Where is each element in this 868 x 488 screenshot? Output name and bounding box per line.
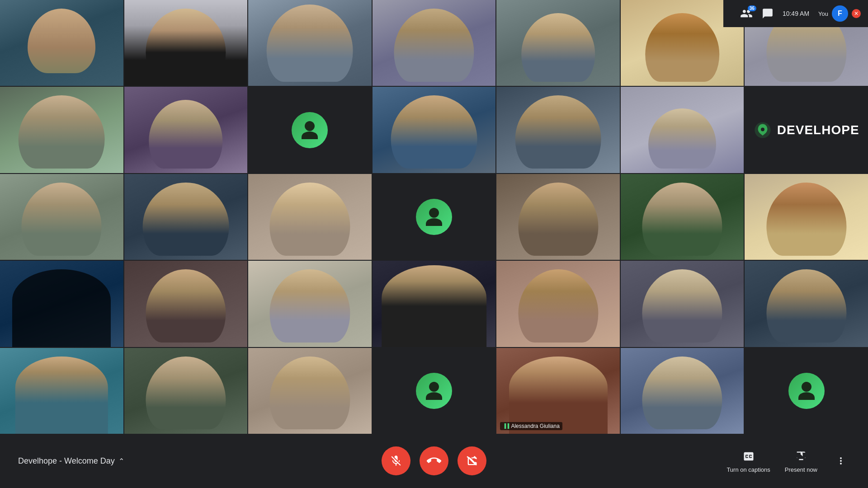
captions-label: Turn on captions xyxy=(726,466,770,473)
video-cell xyxy=(248,261,372,347)
video-cell xyxy=(745,174,868,260)
video-cell-avatar xyxy=(248,87,372,173)
participant-count: 36 xyxy=(748,5,756,11)
video-cell xyxy=(124,174,248,260)
captions-icon xyxy=(741,449,756,464)
bottom-bar: Develhope - Welcome Day ⌃ xyxy=(0,434,868,488)
video-cell xyxy=(0,174,123,260)
present-label: Present now xyxy=(785,466,817,473)
video-cell xyxy=(0,0,123,86)
top-bar: 36 10:49 AM You F ✕ xyxy=(723,0,868,27)
video-cell xyxy=(621,261,744,347)
expand-icon[interactable]: ⌃ xyxy=(118,457,124,465)
user-section: You F ✕ xyxy=(818,5,861,22)
participant-name: Alessandra Giuliana xyxy=(511,423,559,429)
video-cell xyxy=(0,87,123,173)
camera-button[interactable] xyxy=(458,446,486,475)
video-cell xyxy=(373,0,496,86)
close-icon[interactable]: ✕ xyxy=(852,9,861,18)
chat-button[interactable] xyxy=(762,8,774,19)
video-cell xyxy=(248,0,372,86)
participant-name-label: ▐▐ Alessandra Giuliana xyxy=(500,422,562,430)
controls-right: Turn on captions Present now xyxy=(669,449,850,473)
controls-center xyxy=(382,446,486,475)
more-options-button[interactable] xyxy=(832,452,850,470)
video-cell-avatar xyxy=(745,348,868,434)
video-cell xyxy=(496,0,620,86)
video-cell xyxy=(621,174,744,260)
present-button[interactable]: Present now xyxy=(785,449,817,473)
video-cell xyxy=(248,348,372,434)
video-cell-alessandra: ▐▐ Alessandra Giuliana xyxy=(496,348,620,434)
video-cell xyxy=(248,174,372,260)
captions-button[interactable]: Turn on captions xyxy=(726,449,770,473)
video-cell xyxy=(745,261,868,347)
meeting-title-section: Develhope - Welcome Day ⌃ xyxy=(18,456,154,466)
video-cell xyxy=(124,261,248,347)
video-cell xyxy=(0,261,123,347)
participant-avatar xyxy=(292,112,328,148)
participant-avatar xyxy=(416,373,452,409)
video-cell xyxy=(124,87,248,173)
video-cell-avatar xyxy=(373,348,496,434)
video-cell xyxy=(621,87,744,173)
video-cell xyxy=(621,348,744,434)
present-icon xyxy=(794,449,808,464)
video-cell-featured xyxy=(373,261,496,347)
end-call-button[interactable] xyxy=(420,446,448,475)
develhope-text: DeveLhope xyxy=(777,123,859,137)
video-cell xyxy=(0,348,123,434)
video-cell xyxy=(124,0,248,86)
video-grid: DeveLhope xyxy=(0,0,868,434)
mic-speaking-icon: ▐▐ xyxy=(503,423,509,428)
video-cell xyxy=(496,261,620,347)
user-avatar[interactable]: F xyxy=(832,5,848,22)
video-cell-avatar xyxy=(373,174,496,260)
time-display: 10:49 AM xyxy=(783,10,809,17)
develhope-logo-cell: DeveLhope xyxy=(745,87,868,173)
video-cell xyxy=(124,348,248,434)
video-cell xyxy=(496,174,620,260)
develhope-icon xyxy=(754,121,772,139)
user-label: You xyxy=(818,10,828,17)
mute-button[interactable] xyxy=(382,446,410,475)
video-cell xyxy=(496,87,620,173)
participant-avatar xyxy=(788,373,825,409)
meeting-title: Develhope - Welcome Day xyxy=(18,456,115,466)
video-cell xyxy=(373,87,496,173)
participants-button[interactable]: 36 xyxy=(740,7,753,20)
participant-avatar xyxy=(416,199,452,235)
